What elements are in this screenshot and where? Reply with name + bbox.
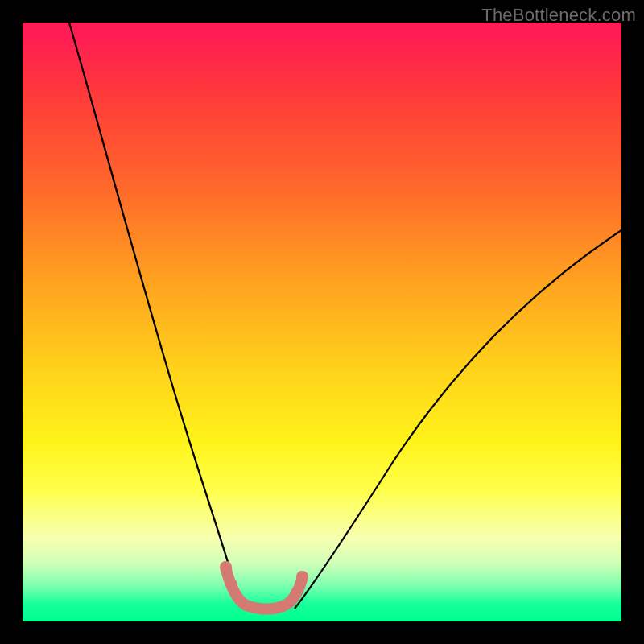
trough-bead bbox=[291, 587, 302, 598]
trough-marker bbox=[225, 567, 303, 609]
trough-bead bbox=[296, 571, 308, 582]
trough-bead bbox=[221, 561, 232, 572]
curves-svg bbox=[23, 23, 621, 621]
left-curve bbox=[69, 23, 245, 609]
chart-frame: TheBottleneck.com bbox=[0, 0, 644, 644]
trough-bead bbox=[226, 579, 237, 590]
watermark-text: TheBottleneck.com bbox=[481, 5, 636, 26]
right-curve bbox=[295, 230, 621, 609]
plot-area bbox=[23, 23, 621, 621]
